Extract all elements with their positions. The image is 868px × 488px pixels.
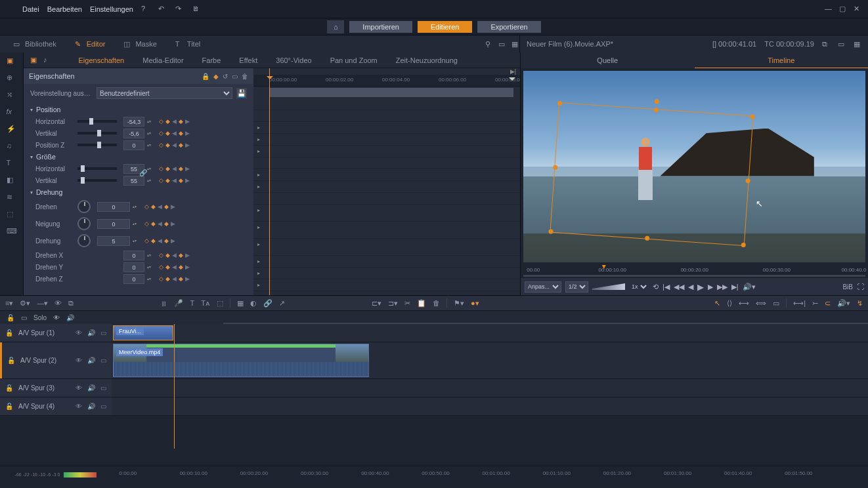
kf-next-icon[interactable]: ▶ — [171, 220, 175, 227]
spinner[interactable]: ▴▾ — [147, 277, 154, 281]
tl-mute-all-icon[interactable]: 🔊 — [66, 314, 74, 321]
tl-clipboard-icon[interactable]: 📋 — [417, 299, 426, 308]
track-monitor-icon[interactable]: ▭ — [100, 384, 106, 392]
kf-diamond-icon[interactable]: ◆ — [165, 165, 170, 172]
slider-pos-z[interactable] — [77, 144, 117, 146]
kf-toggle-icon[interactable]: ◇ — [144, 203, 149, 210]
tab-library[interactable]: ▭Bibliothek — [4, 35, 66, 52]
track-eye-icon[interactable]: 👁 — [76, 329, 82, 336]
goto-start-icon[interactable]: |◀ — [662, 283, 670, 291]
tl-sync-icon[interactable]: ↯ — [857, 299, 863, 308]
section-rotation[interactable]: Drehung — [30, 186, 247, 198]
kf-toggle-icon[interactable]: ◇ — [159, 275, 163, 282]
tl-razor-icon[interactable]: ✂ — [404, 299, 410, 308]
reset-icon[interactable]: ↺ — [223, 73, 228, 80]
value-rotate-x[interactable]: 0 — [123, 251, 144, 260]
track-eye-icon[interactable]: 👁 — [76, 403, 82, 410]
kf-diamond-icon[interactable]: ◆ — [165, 177, 170, 184]
kf-next-icon[interactable]: ▶ — [185, 252, 190, 258]
track-mute-icon[interactable]: 🔊 — [87, 357, 95, 364]
track-mute-icon[interactable]: 🔊 — [87, 384, 95, 392]
tool-globe-icon[interactable]: ⊕ — [7, 73, 17, 84]
step-back-icon[interactable]: ◀ — [688, 283, 693, 291]
value-pos-vert[interactable]: -5,6 — [123, 129, 144, 138]
preview-ruler[interactable]: 00.00 00:00:10.00 00:00:20.00 00:00:30.0… — [523, 265, 865, 278]
preview-tab-source[interactable]: Quelle — [521, 52, 695, 68]
tl-eye-all-icon[interactable]: 👁 — [53, 314, 60, 321]
kf-toggle-icon[interactable]: ◇ — [159, 118, 163, 125]
tl-lock-all-icon[interactable]: 🔓 — [7, 314, 14, 321]
expand-icon[interactable]: ▸ — [257, 184, 260, 190]
kf-next-icon[interactable]: ▶ — [185, 275, 190, 282]
tl-gear-icon[interactable]: ⚙▾ — [20, 299, 30, 308]
expand-icon[interactable]: ▸ — [257, 148, 260, 154]
tab-editor[interactable]: ✎Editor — [66, 35, 115, 52]
tl-magnet-icon[interactable]: ⟷| — [793, 299, 806, 308]
expand-icon[interactable]: ▸ — [257, 207, 260, 213]
kf-toggle-icon[interactable]: ◇ — [159, 177, 163, 184]
nav-edit[interactable]: Editieren — [418, 21, 472, 33]
spinner[interactable]: ▴▾ — [133, 205, 139, 209]
kf-prev-icon[interactable]: ◀ — [158, 237, 162, 244]
kf-prev-icon[interactable]: ◀ — [172, 118, 177, 125]
kf-add-icon[interactable]: ◆ — [179, 275, 183, 282]
clip-meer[interactable]: MeerVideo.mp4 — [113, 344, 369, 377]
slider-pos-horiz[interactable] — [77, 120, 117, 123]
tl-marker-in-icon[interactable]: ⊏▾ — [372, 299, 381, 308]
tool-text-icon[interactable]: T — [7, 159, 17, 169]
kf-diamond-icon[interactable]: ◆ — [165, 264, 170, 270]
kf-next-icon[interactable]: ▶ — [185, 177, 190, 184]
tl-share-icon[interactable]: ↗ — [279, 299, 285, 308]
goto-end-icon[interactable]: ▶| — [731, 283, 739, 291]
kf-next-icon[interactable]: ▶ — [185, 130, 190, 136]
spinner[interactable]: ▴▾ — [147, 178, 154, 182]
nav-import[interactable]: Importieren — [349, 21, 412, 33]
subtab-effect[interactable]: Effekt — [239, 56, 257, 64]
minimize-icon[interactable]: — — [825, 5, 834, 14]
slider-pos-vert[interactable] — [77, 132, 117, 134]
spinner[interactable]: ▴▾ — [147, 253, 154, 257]
tl-record-icon[interactable]: ●▾ — [471, 299, 479, 308]
tool-color-icon[interactable]: ◧ — [7, 176, 17, 186]
panel2-icon[interactable]: ▭ — [838, 40, 846, 48]
tab-mask[interactable]: ◫Maske — [114, 35, 165, 52]
kf-next-icon[interactable]: ▶ — [171, 237, 175, 244]
tl-flag-icon[interactable]: ⚑▾ — [454, 299, 464, 308]
track-lock-icon[interactable]: 🔓 — [5, 384, 13, 392]
nav-export[interactable]: Exportieren — [477, 21, 540, 33]
track-monitor-icon[interactable]: ▭ — [100, 357, 106, 364]
tool-transition-icon[interactable]: ⤭ — [7, 91, 17, 101]
spinner[interactable]: ▴▾ — [147, 143, 154, 147]
tl-monitor-icon[interactable]: ▭ — [773, 299, 779, 308]
tl-ripple-icon[interactable]: ⤚ — [812, 299, 818, 308]
track-lock-icon[interactable]: 🔓 — [5, 403, 13, 410]
tool-3d-icon[interactable]: ⬚ — [7, 210, 17, 220]
layout-icon[interactable]: ▦ — [511, 40, 519, 48]
track-body[interactable] — [112, 379, 868, 397]
menu-settings[interactable]: Einstellungen — [90, 5, 133, 13]
kf-next-icon[interactable]: ▶ — [185, 142, 190, 148]
pin-icon[interactable]: ⚲ — [485, 40, 493, 48]
subtab-panzoom[interactable]: Pan und Zoom — [330, 56, 378, 64]
expand-icon[interactable]: ▸ — [257, 282, 260, 288]
tl-text-icon[interactable]: T — [190, 299, 194, 307]
popout-icon[interactable]: ⧉ — [822, 40, 830, 48]
expand-icon[interactable]: ▸ — [257, 258, 260, 264]
subtab-color[interactable]: Farbe — [202, 56, 221, 64]
kf-diamond-icon[interactable]: ◆ — [165, 252, 170, 258]
next-frame-icon[interactable]: ▶▶ — [717, 283, 727, 291]
volume-icon[interactable]: 🔊▾ — [743, 283, 756, 291]
tl-audio-sync-icon[interactable]: 🔊▾ — [837, 299, 850, 308]
keyframe-diamond-icon[interactable]: ◆ — [213, 73, 219, 80]
kf-add-icon[interactable]: ◆ — [179, 177, 183, 184]
kf-diamond-icon[interactable]: ◆ — [165, 130, 170, 136]
tl-grid-icon[interactable]: ▦ — [237, 299, 244, 308]
kf-diamond-icon[interactable]: ◆ — [151, 237, 156, 244]
tl-blur-icon[interactable]: ◐ — [250, 299, 257, 308]
prev-frame-icon[interactable]: ◀◀ — [674, 283, 684, 291]
value-rotate-z[interactable]: 0 — [123, 274, 144, 284]
step-fwd-icon[interactable]: ▶ — [708, 283, 713, 291]
maximize-icon[interactable]: ▢ — [839, 5, 848, 14]
kf-add-icon[interactable]: ◆ — [164, 203, 169, 210]
expand-icon[interactable]: ▸ — [257, 172, 260, 178]
